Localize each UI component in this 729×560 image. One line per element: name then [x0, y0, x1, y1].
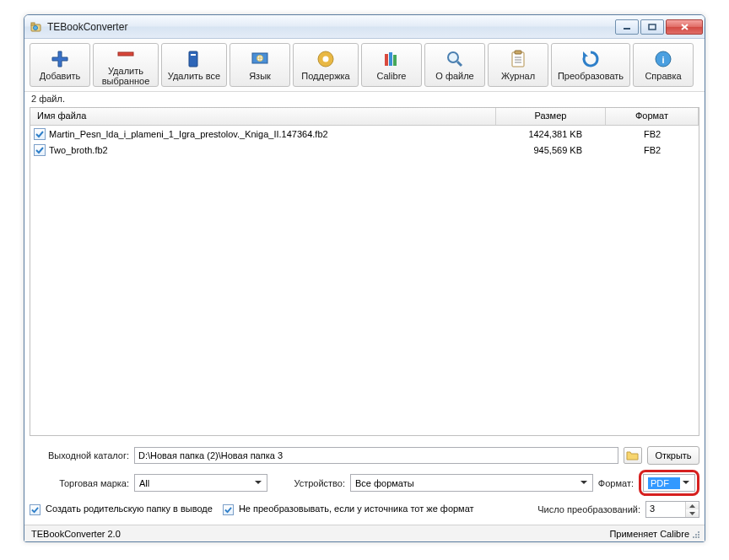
file-count: 2 файл. [24, 92, 705, 107]
brand-label: Торговая марка: [30, 478, 129, 488]
svg-rect-27 [698, 534, 699, 536]
refresh-icon [580, 49, 601, 69]
file-format: FB2 [606, 129, 699, 139]
flag-icon [250, 49, 270, 69]
about-file-button[interactable]: О файле [424, 43, 485, 87]
svg-rect-26 [693, 536, 694, 538]
svg-point-11 [323, 56, 329, 62]
svg-text:i: i [662, 55, 664, 65]
window-controls [615, 19, 703, 35]
svg-rect-3 [624, 28, 630, 30]
svg-rect-5 [118, 52, 133, 56]
convert-button[interactable]: Преобразовать [551, 43, 630, 87]
plus-icon [50, 49, 70, 69]
folder-icon [626, 450, 640, 461]
file-grid: Имя файла Размер Формат Martin_Pesn_lda_… [30, 107, 699, 436]
file-format: FB2 [606, 145, 699, 155]
clipboard-icon [508, 49, 528, 69]
status-left: TEBookConverter 2.0 [31, 529, 121, 539]
remove-selected-button[interactable]: Удалить выбранное [93, 43, 159, 87]
chevron-down-icon [252, 476, 264, 490]
row-checkbox[interactable] [34, 144, 46, 156]
app-icon [30, 20, 43, 34]
spin-up[interactable] [686, 502, 699, 509]
format-combo[interactable]: PDF [643, 474, 695, 492]
calibre-button[interactable]: Calibre [361, 43, 422, 87]
svg-rect-6 [189, 51, 197, 67]
statusbar: TEBookConverter 2.0 Применяет Calibre [24, 525, 705, 541]
svg-rect-13 [389, 52, 392, 66]
file-row[interactable]: Two_broth.fb2 945,569 KB FB2 [30, 142, 699, 158]
chevron-down-icon [578, 476, 590, 490]
output-dir-label: Выходной каталог: [30, 450, 129, 460]
svg-line-16 [457, 62, 462, 66]
file-size: 945,569 KB [496, 145, 606, 155]
svg-rect-24 [698, 536, 699, 538]
toolbar: Добавить Удалить выбранное Удалить все Я… [24, 39, 705, 92]
minimize-button[interactable] [615, 19, 639, 35]
open-button[interactable]: Открыть [647, 446, 699, 465]
format-label: Формат: [598, 478, 634, 488]
device-combo[interactable]: Все форматы [350, 474, 593, 492]
status-right: Применяет Calibre [609, 529, 689, 539]
svg-point-15 [448, 52, 458, 62]
conv-count-spinner[interactable]: 3 [645, 501, 699, 518]
col-size[interactable]: Размер [496, 108, 606, 125]
help-button[interactable]: i Справка [633, 43, 694, 87]
file-size: 1424,381 KB [496, 129, 606, 139]
close-button[interactable] [666, 19, 703, 35]
svg-rect-28 [695, 534, 697, 536]
file-row[interactable]: Martin_Pesn_lda_i_plameni_1_Igra_prestol… [30, 126, 699, 142]
bottom-panel: Выходной каталог: Открыть Торговая марка… [24, 441, 705, 525]
svg-rect-12 [385, 54, 388, 66]
svg-point-2 [34, 25, 38, 30]
log-button[interactable]: Журнал [488, 43, 548, 87]
browse-folder-button[interactable] [624, 447, 642, 464]
svg-rect-14 [393, 55, 397, 66]
col-format[interactable]: Формат [606, 108, 699, 125]
remove-all-button[interactable]: Удалить все [161, 43, 227, 87]
svg-rect-29 [698, 531, 699, 533]
file-name: Two_broth.fb2 [49, 145, 496, 155]
app-window: TEBookConverter Добавить Удалить выбранн… [24, 14, 705, 542]
svg-rect-18 [515, 51, 521, 54]
minus-icon [116, 44, 136, 64]
titlebar: TEBookConverter [24, 15, 705, 39]
books-icon [381, 49, 402, 69]
grid-header: Имя файла Размер Формат [30, 108, 699, 126]
info-icon: i [653, 49, 673, 69]
svg-rect-1 [31, 23, 35, 25]
add-button[interactable]: Добавить [30, 43, 90, 87]
brand-combo[interactable]: All [134, 474, 267, 492]
svg-rect-4 [649, 24, 656, 30]
grid-body: Martin_Pesn_lda_i_plameni_1_Igra_prestol… [30, 126, 699, 435]
file-name: Martin_Pesn_lda_i_plameni_1_Igra_prestol… [49, 129, 496, 139]
spin-down[interactable] [686, 509, 699, 517]
skip-same-format-checkbox[interactable]: Не преобразовывать, если у источника тот… [223, 503, 474, 515]
conv-count-label: Число преобразований: [537, 504, 640, 514]
magnifier-icon [445, 49, 465, 69]
row-checkbox[interactable] [34, 128, 46, 140]
output-dir-input[interactable] [134, 447, 618, 464]
parent-folder-checkbox[interactable]: Создать родительскую папку в выводе [30, 503, 213, 515]
support-icon [316, 49, 336, 69]
format-highlight-ring: PDF [639, 470, 699, 496]
language-button[interactable]: Язык [230, 43, 290, 87]
book-remove-icon [184, 49, 204, 69]
resize-grip-icon[interactable] [689, 528, 701, 540]
device-label: Устройство: [273, 478, 345, 488]
svg-rect-25 [695, 536, 697, 538]
chevron-down-icon [680, 476, 692, 490]
support-button[interactable]: Поддержка [293, 43, 359, 87]
col-name[interactable]: Имя файла [30, 108, 496, 125]
window-title: TEBookConverter [47, 21, 615, 33]
maximize-button[interactable] [640, 19, 664, 35]
svg-rect-7 [191, 54, 196, 56]
